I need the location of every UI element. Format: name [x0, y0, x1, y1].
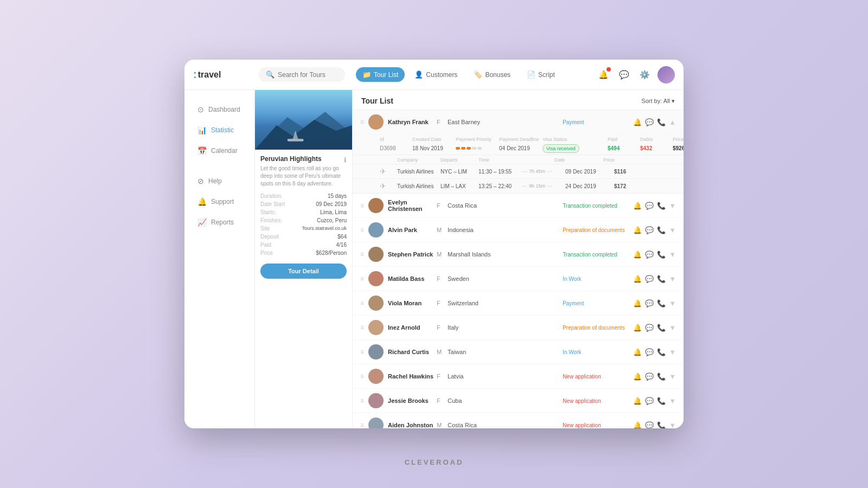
table-row[interactable]: ≡ Rachel Hawkins F Latvia New applicatio… [353, 364, 684, 389]
expand-icon[interactable]: ▼ [669, 324, 676, 332]
customer-name: Stephen Patrick [388, 251, 437, 258]
phone-icon[interactable]: 📞 [657, 324, 666, 332]
phone-icon[interactable]: 📞 [657, 373, 666, 381]
customer-status: New application [563, 398, 633, 404]
table-row[interactable]: ≡ Stephen Patrick M Marshall Islands Tra… [353, 242, 684, 267]
table-row[interactable]: ≡ Matilda Bass F Sweden In Work 🔔 💬 📞 ▼ [353, 267, 684, 291]
expand-icon[interactable]: ▼ [669, 421, 676, 429]
company-col-label: Company [397, 157, 441, 163]
bell-icon[interactable]: 🔔 [633, 118, 642, 126]
comment-icon[interactable]: 💬 [645, 348, 654, 356]
phone-icon[interactable]: 📞 [657, 348, 666, 356]
expand-icon[interactable]: ▼ [669, 275, 676, 283]
sidebar-item-reports[interactable]: 📈 Reports [189, 213, 250, 232]
bell-icon[interactable]: 🔔 [633, 348, 642, 356]
bell-icon[interactable]: 🔔 [633, 397, 642, 405]
sidebar-item-help[interactable]: ⊘ Help [189, 171, 250, 191]
sidebar-item-statistic[interactable]: 📊 Statistic [189, 120, 250, 140]
page-title: Tour List [361, 97, 393, 105]
comment-icon[interactable]: 💬 [645, 397, 654, 405]
collapse-icon[interactable]: ▲ [669, 118, 676, 126]
customer-name: Inez Arnold [388, 324, 437, 331]
phone-icon[interactable]: 📞 [657, 397, 666, 405]
bell-icon[interactable]: 🔔 [633, 324, 642, 332]
customer-status: Transaction completed [563, 252, 633, 258]
nav-tab-tour-list[interactable]: 📁 Tour List [356, 67, 405, 82]
row-handle: ≡ [360, 373, 364, 380]
sidebar-item-calendar[interactable]: 📅 Calendar [189, 141, 250, 160]
expand-icon[interactable]: ▼ [669, 202, 676, 210]
customer-gender: F [437, 202, 448, 209]
customer-country: Switzerland [448, 300, 563, 306]
phone-icon[interactable]: 📞 [657, 118, 666, 126]
sidebar-item-dashboard[interactable]: ⊙ Dashboard [189, 100, 250, 119]
search-input[interactable] [278, 71, 337, 79]
comment-icon[interactable]: 💬 [645, 226, 654, 234]
user-avatar[interactable] [658, 66, 675, 84]
expand-icon[interactable]: ▼ [669, 299, 676, 307]
tour-info-icon[interactable]: ℹ [344, 156, 347, 164]
comment-icon[interactable]: 💬 [645, 118, 654, 126]
bell-icon[interactable]: 🔔 [633, 226, 642, 234]
comment-icon[interactable]: 💬 [645, 373, 654, 381]
comment-icon[interactable]: 💬 [645, 299, 654, 307]
tour-panel-content: Peruvian Highlights ℹ Let the good times… [255, 150, 352, 284]
phone-icon[interactable]: 📞 [657, 226, 666, 234]
table-row[interactable]: ≡ Jessie Brooks F Cuba New application 🔔… [353, 389, 684, 413]
table-row[interactable]: ≡ Evelyn Christensen F Costa Rica Transa… [353, 194, 684, 218]
table-row[interactable]: ≡ Alvin Park M Indonesia Preparation of … [353, 218, 684, 242]
table-row[interactable]: ≡ Kathryn Frank F East Barney Payment 🔔 … [353, 110, 684, 134]
expand-icon[interactable]: ▼ [669, 397, 676, 405]
date-1: 09 Dec 2019 [565, 169, 614, 175]
table-row[interactable]: ≡ Inez Arnold F Italy Preparation of doc… [353, 316, 684, 340]
bell-icon[interactable]: 🔔 [633, 373, 642, 381]
body: ⊙ Dashboard 📊 Statistic 📅 Calendar ⊘ Hel… [184, 90, 684, 428]
comment-icon[interactable]: 💬 [645, 251, 654, 259]
customer-status: New application [563, 374, 633, 380]
nav-tab-bonuses[interactable]: 🏷️ Bonuses [467, 67, 517, 82]
avatar [368, 296, 384, 311]
avatar [368, 344, 384, 359]
expand-icon[interactable]: ▼ [669, 348, 676, 356]
comment-icon[interactable]: 💬 [645, 324, 654, 332]
visa-status-value: Visa received [542, 145, 608, 151]
phone-icon[interactable]: 📞 [657, 275, 666, 283]
comment-icon[interactable]: 💬 [645, 421, 654, 429]
sort-by[interactable]: Sort by: All ▾ [641, 98, 675, 105]
row-actions: 🔔 💬 📞 ▼ [633, 275, 676, 283]
sidebar-label-statistic: Statistic [211, 126, 234, 134]
phone-icon[interactable]: 📞 [657, 299, 666, 307]
debts-col-label: Debts [640, 137, 673, 142]
comment-icon[interactable]: 💬 [645, 202, 654, 210]
expand-icon[interactable]: ▼ [669, 373, 676, 381]
payment-row: D3698 18 Nov 2019 04 Dec 2019 [353, 143, 684, 155]
comment-icon[interactable]: 💬 [645, 275, 654, 283]
tour-field-date-start: Date Start 09 Dec 2019 [260, 201, 347, 207]
settings-button[interactable]: ⚙️ [637, 67, 652, 82]
route-1: NYC – LIM [441, 169, 478, 175]
bell-icon[interactable]: 🔔 [633, 299, 642, 307]
tour-field-starts: Starts: Lima, Lima [260, 209, 347, 215]
nav-tab-script[interactable]: 📄 Script [520, 67, 561, 82]
customer-country: Costa Rica [448, 422, 563, 428]
expand-icon[interactable]: ▼ [669, 251, 676, 259]
nav-tab-customers[interactable]: 👤 Customers [408, 67, 464, 82]
expand-icon[interactable]: ▼ [669, 226, 676, 234]
notifications-button[interactable]: 🔔 [596, 67, 611, 82]
phone-icon[interactable]: 📞 [657, 251, 666, 259]
row-handle: ≡ [360, 299, 364, 307]
messages-button[interactable]: 💬 [616, 67, 631, 82]
table-row[interactable]: ≡ Viola Moran F Switzerland Payment 🔔 💬 … [353, 291, 684, 316]
bell-icon[interactable]: 🔔 [633, 251, 642, 259]
bell-icon[interactable]: 🔔 [633, 202, 642, 210]
table-row[interactable]: ≡ Richard Curtis M Taiwan In Work 🔔 💬 📞 … [353, 340, 684, 364]
tour-field-deposit: Deposit $64 [260, 234, 347, 240]
bell-icon[interactable]: 🔔 [633, 421, 642, 429]
phone-icon[interactable]: 📞 [657, 421, 666, 429]
tour-detail-button[interactable]: Tour Detail [260, 264, 347, 279]
search-bar[interactable]: 🔍 [258, 67, 345, 82]
sidebar-item-support[interactable]: 🔔 Support [189, 192, 250, 211]
table-row[interactable]: ≡ Aiden Johnston M Costa Rica New applic… [353, 413, 684, 428]
bell-icon[interactable]: 🔔 [633, 275, 642, 283]
phone-icon[interactable]: 📞 [657, 202, 666, 210]
